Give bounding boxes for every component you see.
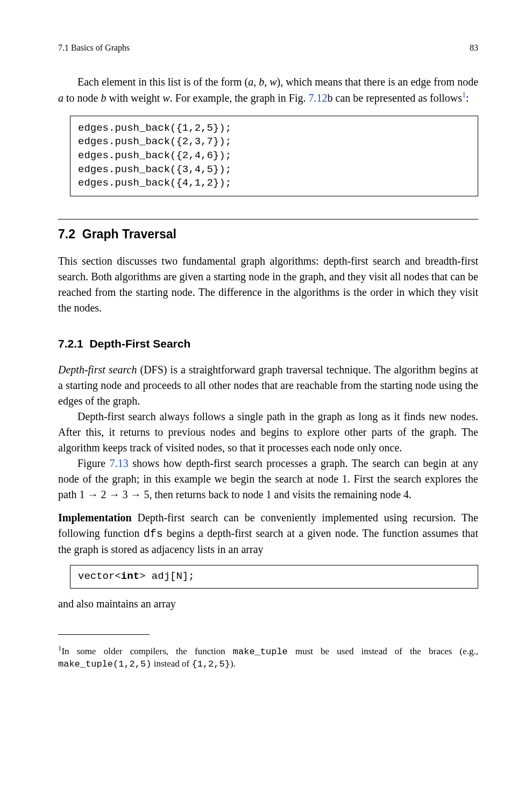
text: b can be represented as follows — [328, 92, 462, 104]
code: > adj[N]; — [139, 570, 195, 582]
inline-code: make_tuple — [233, 646, 288, 656]
intro-paragraph: Each element in this list is of the form… — [58, 74, 478, 106]
text: Each element in this list is of the form… — [77, 76, 248, 88]
dfs-paragraph-1: Depth-first search (DFS) is a straightfo… — [58, 362, 478, 409]
footnote: 1In some older compilers, the function m… — [58, 644, 478, 671]
footnote-rule — [58, 634, 150, 635]
var-b: b — [101, 92, 106, 104]
section-number: 7.2 — [58, 227, 75, 241]
inline-code: make_tuple(1,2,5) — [58, 659, 151, 669]
page-number: 83 — [470, 43, 478, 53]
text: to node — [63, 92, 101, 104]
var-w: w — [269, 76, 276, 88]
run-in-heading: Implementation — [58, 512, 132, 523]
text: . For example, the graph in Fig. — [170, 92, 309, 104]
keyword: int — [121, 570, 139, 582]
term: Depth-first search — [58, 364, 137, 376]
subsection-title-text: Depth-First Search — [89, 337, 190, 350]
figure-ref[interactable]: 7.13 — [110, 457, 129, 469]
dfs-paragraph-2: Depth-first search always follows a sing… — [58, 409, 478, 456]
text: In some older compilers, the function — [61, 646, 232, 656]
section-title-text: Graph Traversal — [82, 227, 176, 241]
var-w: w — [162, 92, 169, 104]
section-body: This section discusses two fundamental g… — [58, 253, 478, 316]
inline-code: {1,2,5} — [192, 659, 230, 669]
tail-paragraph: and also maintains an array — [58, 596, 478, 612]
text: Figure — [77, 457, 110, 469]
text: ). — [230, 659, 236, 669]
text: : — [466, 92, 469, 104]
section-rule — [58, 219, 478, 220]
text: must be used instead of the braces (e.g.… — [288, 646, 478, 656]
code-listing-edges: edges.push_back({1,2,5}); edges.push_bac… — [70, 116, 478, 196]
text: instead of — [151, 659, 191, 669]
running-head: 7.1 Basics of Graphs 83 — [58, 43, 478, 53]
code: vector< — [78, 570, 121, 582]
footnote-ref[interactable]: 1 — [462, 91, 466, 99]
subsection-number: 7.2.1 — [58, 337, 83, 350]
subsection-heading: 7.2.1 Depth-First Search — [58, 337, 478, 350]
text: with weight — [106, 92, 162, 104]
section-heading: 7.2 Graph Traversal — [58, 227, 478, 242]
var-a: a — [58, 92, 63, 104]
code-listing-adj: vector<int> adj[N]; — [70, 565, 478, 589]
page: 7.1 Basics of Graphs 83 Each element in … — [0, 0, 532, 807]
var-b: b — [259, 76, 264, 88]
implementation-paragraph: Implementation Depth-first search can be… — [58, 510, 478, 557]
var-a: a — [248, 76, 253, 88]
section-label: 7.1 Basics of Graphs — [58, 43, 130, 53]
text: ), which means that there is an edge fro… — [277, 76, 478, 88]
inline-code: dfs — [144, 528, 163, 540]
dfs-paragraph-3: Figure 7.13 shows how depth-first search… — [58, 456, 478, 502]
figure-ref[interactable]: 7.12 — [309, 92, 328, 104]
